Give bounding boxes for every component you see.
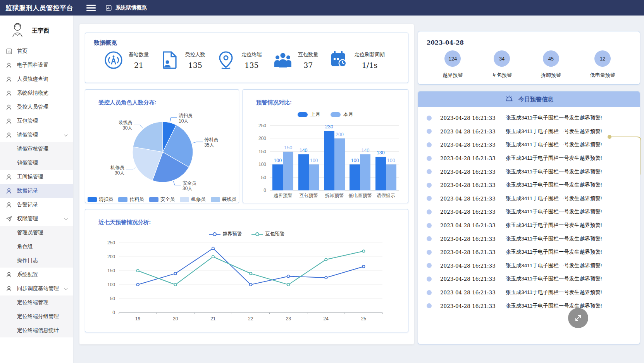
sidebar-item[interactable]: 请假管理 bbox=[0, 128, 73, 142]
pie-legend-item[interactable]: 清扫员 bbox=[88, 196, 114, 203]
sidebar-subitem[interactable]: 操作日志 bbox=[0, 254, 73, 268]
sidebar-subitem[interactable]: 管理员管理 bbox=[0, 226, 73, 240]
alert-bullet bbox=[427, 290, 432, 295]
overview-stat: 定位刷新周期1/1s bbox=[330, 50, 385, 70]
sidebar-item[interactable]: 首页 bbox=[0, 44, 73, 58]
document-person-icon bbox=[160, 50, 180, 70]
alert-bullet bbox=[427, 156, 432, 161]
sidebar-item[interactable]: 人员轨迹查询 bbox=[0, 72, 73, 86]
pie-legend-item[interactable]: 机修员 bbox=[180, 196, 206, 203]
sidebar-subitem[interactable]: 定位终端分组管理 bbox=[0, 309, 73, 323]
line-legend-item[interactable]: 越界预警 bbox=[209, 231, 242, 237]
alert-message: 张玉成3411于电子围栏一号发生越界预警! bbox=[506, 128, 602, 135]
expand-icon bbox=[572, 312, 584, 324]
bar-legend-item[interactable]: 上月 bbox=[298, 111, 320, 118]
seven-day-analysis-card: 近七天预警情况分析: 越界预警互包预警050100150200250192021… bbox=[85, 209, 408, 332]
alert-count-stat: 34互包预警 bbox=[492, 50, 512, 79]
bar-group: 230200 bbox=[322, 126, 347, 190]
sidebar-item-label: 首页 bbox=[17, 48, 28, 55]
alert-item: 2023-04-28 16:21:33张玉成3411于电子围栏一号发生越界预警! bbox=[418, 192, 640, 206]
alert-message: 张玉成3411于电子围栏一号发生越界预警! bbox=[506, 235, 602, 242]
overview-stat: 受控人数135 bbox=[160, 50, 205, 70]
sidebar-item[interactable]: 同步调度基站管理 bbox=[0, 282, 73, 296]
alert-item: 2023-04-28 16:21:33张玉成3411于电子围栏一号发生越界预警! bbox=[418, 178, 640, 192]
warning-bar-chart: 上月本月050100150200250100150140100230200100… bbox=[243, 111, 408, 199]
alert-time: 2023-04-28 16:21:33 bbox=[440, 289, 496, 296]
sidebar-item[interactable]: 电子围栏设置 bbox=[0, 58, 73, 72]
alert-message: 张玉成3411于电子围栏一号发生越界预警! bbox=[506, 262, 602, 269]
line-legend-item[interactable]: 互包预警 bbox=[251, 231, 285, 237]
alert-message: 张玉成3411于电子围栏一号发生越界预警! bbox=[506, 155, 602, 162]
line-legend: 越界预警互包预警 bbox=[85, 231, 408, 237]
svg-text:传料员35人: 传料员35人 bbox=[204, 137, 218, 148]
sidebar-item[interactable]: 系统配置 bbox=[0, 268, 73, 282]
breadcrumb[interactable]: 系统狱情概览 bbox=[115, 4, 147, 11]
summary-stats-row: 124越界预警34互包预警45拆卸预警12低电量预警 bbox=[418, 46, 640, 79]
bar-category-label: 请假提示 bbox=[373, 192, 399, 199]
stat-value: 1/1s bbox=[362, 61, 377, 69]
alert-message: 张玉成3411于电子围栏一号发生越界预警! bbox=[506, 222, 602, 229]
expand-button[interactable] bbox=[568, 308, 588, 328]
bar-legend-item[interactable]: 本月 bbox=[331, 111, 353, 118]
alert-bullet bbox=[427, 116, 432, 121]
sidebar-subitem[interactable]: 定位终端信息统计 bbox=[0, 323, 73, 337]
pie-legend-item[interactable]: 装线员 bbox=[211, 196, 237, 203]
app-title: 监狱服刑人员管控平台 bbox=[0, 3, 79, 12]
sidebar-menu: 首页电子围栏设置人员轨迹查询系统狱情概览受控人员管理互包管理请假管理请假审核管理… bbox=[0, 44, 73, 337]
alert-time: 2023-04-28 16:21:33 bbox=[440, 249, 496, 255]
svg-text:50: 50 bbox=[110, 296, 115, 301]
siren-icon bbox=[505, 95, 514, 104]
alert-time: 2023-04-28 16:21:33 bbox=[440, 209, 496, 215]
person-icon bbox=[6, 202, 12, 208]
svg-text:装线员30人: 装线员30人 bbox=[119, 120, 133, 131]
sidebar-submenu: 管理员管理角色组操作日志 bbox=[0, 226, 73, 268]
sidebar-item-label: 请假管理 bbox=[17, 131, 38, 138]
alert-message: 张玉成3411于电子围栏一号发生越界预警! bbox=[506, 141, 602, 148]
bar: 100 bbox=[386, 164, 396, 190]
sidebar-item[interactable]: 受控人员管理 bbox=[0, 100, 73, 114]
stat-value: 21 bbox=[134, 61, 143, 69]
hamburger-icon[interactable] bbox=[86, 5, 96, 11]
bar-group: 140100 bbox=[296, 126, 321, 190]
alert-time: 2023-04-28 16:21:33 bbox=[440, 115, 496, 121]
person-icon bbox=[6, 104, 12, 110]
sidebar-item[interactable]: 互包管理 bbox=[0, 114, 73, 128]
alert-bullet bbox=[427, 196, 432, 201]
sidebar-item[interactable]: 数据记录 bbox=[0, 184, 73, 198]
alert-count-stat: 12低电量预警 bbox=[590, 50, 615, 79]
pie-legend: 清扫员传料员安全员机修员装线员 bbox=[85, 196, 239, 203]
alert-item: 2023-04-28 16:21:33张玉成3411于电子围栏一号发生越界预警! bbox=[418, 165, 640, 178]
alert-bullet bbox=[427, 303, 432, 308]
sidebar-item[interactable]: 系统狱情概览 bbox=[0, 86, 73, 100]
sidebar-subitem[interactable]: 角色组 bbox=[0, 240, 73, 254]
person-icon bbox=[6, 90, 12, 96]
svg-text:25: 25 bbox=[361, 316, 366, 322]
sidebar-submenu: 请假审核管理销假管理 bbox=[0, 142, 73, 170]
dashboard-icon bbox=[6, 48, 12, 54]
count-circle: 124 bbox=[444, 50, 461, 67]
alert-item: 2023-04-28 16:21:33张玉成3411于电子围栏一号发生越界预警! bbox=[418, 111, 640, 125]
svg-text:19: 19 bbox=[135, 316, 140, 322]
svg-text:24: 24 bbox=[323, 316, 329, 322]
stat-label: 定位终端 bbox=[242, 51, 262, 58]
pie-legend-item[interactable]: 传料员 bbox=[118, 196, 144, 203]
sidebar-subitem[interactable]: 请假审核管理 bbox=[0, 142, 73, 156]
sidebar-item[interactable]: 权限管理 bbox=[0, 212, 73, 226]
chevron-icon bbox=[64, 133, 68, 137]
bar-category-label: 低电量预警 bbox=[347, 192, 373, 199]
person-icon bbox=[6, 188, 12, 194]
bar-chart-title: 预警情况对比: bbox=[243, 90, 408, 106]
sidebar-subitem[interactable]: 定位终端管理 bbox=[0, 296, 73, 309]
person-icon bbox=[6, 118, 12, 124]
alert-time: 2023-04-28 16:21:33 bbox=[440, 169, 496, 175]
sidebar-item[interactable]: 工间操管理 bbox=[0, 170, 73, 184]
pie-legend-item[interactable]: 安全员 bbox=[149, 196, 175, 203]
line-chart-title: 近七天预警情况分析: bbox=[85, 209, 408, 226]
alert-time: 2023-04-28 16:21:33 bbox=[440, 222, 496, 228]
bar-group: 130100 bbox=[373, 126, 399, 190]
count-label: 互包预警 bbox=[492, 72, 512, 79]
user-block[interactable]: 王宇西 bbox=[0, 16, 73, 44]
sidebar-subitem[interactable]: 销假管理 bbox=[0, 156, 73, 170]
dashboard-panel: 数据概览 基站数量21受控人数135定位终端135互包数量37定位刷新周期1/1… bbox=[79, 24, 414, 344]
sidebar-item[interactable]: 告警记录 bbox=[0, 198, 73, 212]
